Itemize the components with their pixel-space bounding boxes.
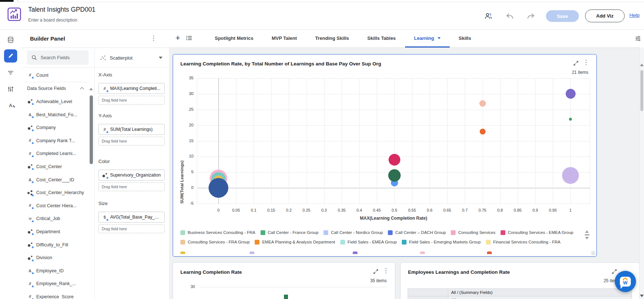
field-chip[interactable]: SUM(Total Learnings) [98,124,165,135]
table-header-cell[interactable]: All / (Summary Fields) [448,288,632,296]
annotate-icon[interactable]: A✎ [4,99,17,112]
field-chip[interactable]: Supervisory_Organization [98,170,165,181]
drop-zone[interactable]: Drag field here [98,96,165,105]
scroll-down-icon[interactable] [640,295,644,297]
board-title[interactable]: Talent Insights GPD001 [28,6,96,14]
field-item[interactable]: Achievable_Level [21,95,89,108]
card-kebab-icon[interactable]: ⋮ [583,60,589,65]
board-description-input[interactable]: Enter a board description [28,18,77,23]
add-tab-button[interactable]: + [173,33,183,43]
fields-scrollbar-thumb[interactable] [90,95,93,164]
field-chip[interactable]: MAX(Learning Completi... [98,83,165,94]
legend-scroll-down-icon[interactable] [585,237,589,239]
undo-icon[interactable] [505,11,514,21]
num-field-icon [27,294,33,299]
sliders-icon[interactable] [4,83,17,96]
dim-field-icon [27,229,33,234]
x-tick-label: 0.95 [546,208,560,212]
scatter-bubble[interactable] [480,129,486,135]
field-item[interactable]: Best_Matched_Fo... [21,108,89,121]
scatter-bubble[interactable] [209,178,228,198]
search-fields-input[interactable]: Search Fields [27,50,89,65]
card-resize-handle[interactable] [591,251,595,255]
scrollbar-thumb[interactable] [640,70,643,111]
save-button[interactable]: Save [546,10,579,22]
tab-mvp-talent[interactable]: MVP Talent [262,30,306,48]
field-item[interactable]: Critical_Job [21,212,89,226]
field-item[interactable]: Division [21,251,89,264]
legend-item[interactable]: Call Center - France Group [261,230,319,235]
table-cell[interactable]: All [448,296,632,299]
legend-item[interactable]: Call Center – DACH Group [388,230,446,235]
legend-item[interactable]: Field Sales - Emerging Markets Group [402,240,481,245]
legend-item[interactable]: Consulting Services [451,230,495,235]
legend-item[interactable]: Financial Services Consulting - FRA [486,240,561,245]
tab-skills-tables[interactable]: Skills Tables [358,30,405,48]
panel-options-icon[interactable] [635,35,641,42]
summary-field-item[interactable]: Count [21,69,89,82]
expand-icon[interactable] [373,269,379,275]
bar-segment[interactable] [284,295,288,299]
legend-scroll-up-icon[interactable] [585,230,589,233]
scatter-bubble[interactable] [562,167,579,184]
scatter-bubble[interactable] [388,169,401,182]
viz-card-bar[interactable]: Learning Completion Rate ⋮ 35 items 30 [173,262,395,299]
field-item[interactable]: Cost_Center_Hierarchy [21,186,89,199]
database-icon[interactable] [4,33,17,46]
tab-trending-skills[interactable]: Trending Skills [306,30,358,48]
field-item[interactable]: Employee_ID [21,264,89,277]
expand-icon[interactable] [611,269,617,275]
config-section-color: ColorSupervisory_OrganizationDrag field … [98,159,165,191]
tab-skills[interactable]: Skills [450,30,480,48]
builder-menu-kebab-icon[interactable]: ⋮ [150,34,157,42]
legend-item[interactable]: Consulting Services - EMEA Group [501,230,573,235]
field-item[interactable]: Experience_Score [21,290,89,299]
tab-learning[interactable]: Learning [405,30,450,48]
gridline-v [271,78,272,204]
gridline-h [197,188,590,188]
field-item[interactable]: Cost_Center [21,160,89,173]
fields-scroll-up-icon[interactable] [89,88,93,90]
field-item[interactable]: Company Rank T... [21,134,89,147]
field-item[interactable]: Cost Center Hiera... [21,199,89,212]
drop-zone[interactable]: Drag field here [98,182,165,191]
board-list-icon[interactable] [186,35,192,41]
vertical-scrollbar[interactable] [639,48,644,299]
pencil-icon[interactable] [4,49,17,63]
field-item[interactable]: Completed Learni... [21,147,89,160]
drop-zone[interactable]: Drag field here [98,224,165,233]
scatter-bubble[interactable] [569,118,572,121]
legend-item[interactable]: Call Center - Nordics Group [323,230,383,235]
add-viz-button[interactable]: Add Viz [585,10,625,22]
legend-item[interactable]: Consulting Services - FRA Group [180,240,250,245]
viz-card-scatter[interactable]: Learning Completion Rate, by Total Numbe… [173,54,597,257]
field-chip[interactable]: AVG(Total_Base_Pay___... [98,212,165,223]
chart-logo-icon[interactable] [7,7,21,21]
scatter-bubble[interactable] [389,154,400,166]
redo-icon[interactable] [526,11,536,21]
field-item[interactable]: Department [21,225,89,238]
legend-item[interactable]: Business Services Consulting - FRA [180,230,255,235]
workday-assistant-widget[interactable]: W [615,271,636,292]
card-kebab-icon[interactable]: ⋮ [383,268,389,274]
fields-section-header[interactable]: Data Source Fields [21,82,89,95]
gridline-v [324,78,325,204]
users-icon[interactable] [484,11,493,21]
scatter-bubble[interactable] [566,89,576,99]
help-link[interactable]: Help [629,12,640,18]
viz-type-select[interactable]: Scatterplot [97,50,166,65]
tab-spotlight-metrics[interactable]: Spotlight Metrics [206,30,262,48]
legend-item[interactable]: EMEA Planning & Analysis Department [255,240,335,245]
field-item[interactable]: Company [21,121,89,134]
filter-icon[interactable] [4,66,17,79]
legend-item[interactable]: Field Sales - EMEA Group [340,240,397,245]
viz-card-table[interactable]: Employees Learnings and Completion Rate … [400,262,640,299]
expand-icon[interactable] [573,60,579,66]
field-item[interactable]: Employee_Rank_... [21,277,89,291]
field-item[interactable]: Cost_Center___ID [21,173,89,186]
field-item[interactable]: Difficulty_to_Fill [21,238,89,251]
scroll-up-icon[interactable] [640,64,644,66]
scatter-bubble[interactable] [479,100,486,107]
legend-color-chip [451,230,456,235]
drop-zone[interactable]: Drag field here [98,137,165,145]
